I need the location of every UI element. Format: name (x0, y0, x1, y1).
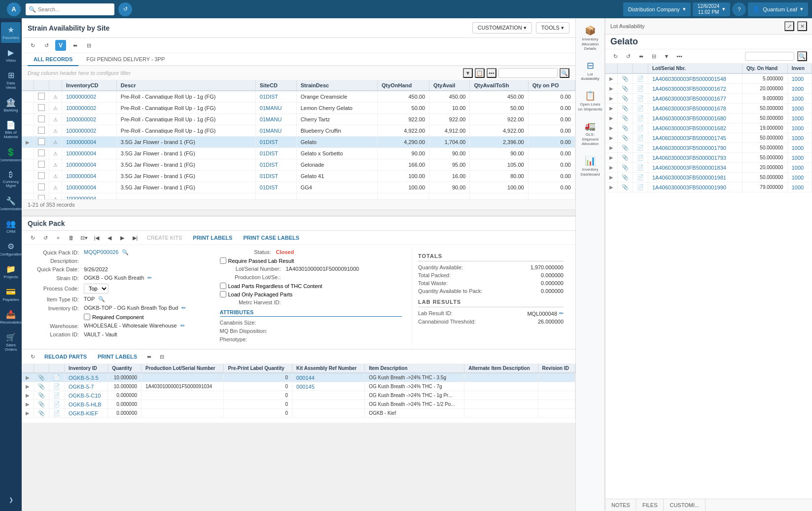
sidebar-item-configuration[interactable]: ⚙ Configuration (1, 239, 21, 259)
parts-table-row[interactable]: ▶ 📎 📄 OGKB-KIEF 0.000000 0 OGKB - Kief (22, 409, 575, 418)
inventory-cd-link[interactable]: 1000000004 (66, 173, 96, 179)
lot-table-row[interactable]: ▶ 📎 📄 1A4060300003FB5000001745 50.000000… (605, 133, 812, 143)
horizontal-scrollbar[interactable] (22, 210, 575, 216)
parts-inventory-link[interactable]: OGKB-5-HLB (69, 402, 102, 407)
inventory-cd-link[interactable]: 1000000002 (66, 128, 96, 134)
lot-expander-icon[interactable]: ▶ (609, 115, 613, 121)
block-button[interactable]: ⊟ (84, 40, 94, 50)
filter-icon-button[interactable]: ▼ (463, 68, 473, 78)
row-checkbox[interactable] (38, 93, 45, 100)
lot-expander-icon[interactable]: ▶ (609, 165, 613, 170)
more-options-button[interactable]: ••• (487, 68, 496, 78)
lot-tab-notes[interactable]: NOTES (605, 499, 636, 511)
site-cd-link[interactable]: 01DIST (260, 150, 278, 156)
lot-serial-link[interactable]: 1A4060300003FB5000001981 (652, 175, 726, 181)
reload-parts-button[interactable]: RELOAD PARTS (40, 352, 91, 361)
load-parts-regardless-checkbox[interactable] (220, 283, 226, 289)
site-cd-link[interactable]: 01DIST (260, 162, 278, 168)
parts-table-row[interactable]: ▶ 📎 📄 OGKB-5-3.5 10.000000 0 000144 OG K… (22, 373, 575, 382)
table-row[interactable]: ⚠ 1000000004 3.5G Jar Flower - brand 1 (… (22, 148, 575, 159)
col-qtyonhand[interactable]: QtyOnHand (378, 80, 429, 91)
sidebar-item-favorites[interactable]: ★ Favorites (1, 22, 21, 43)
parts-table-row[interactable]: ▶ 📎 📄 OGKB-5-C10 0.000000 0 OG Kush Brea… (22, 391, 575, 400)
undo-button[interactable]: ↺ (41, 40, 51, 50)
lot-expander-icon[interactable]: ▶ (609, 125, 613, 131)
sidebar-item-receivables[interactable]: 📥 Receivables (1, 307, 21, 328)
parts-col-preprint[interactable]: Pre-Print Label Quantity (224, 364, 292, 373)
sidebar-item-vidou[interactable]: ▶ Vidou (1, 45, 21, 66)
lot-inven-link[interactable]: 1000 (792, 76, 804, 82)
lot-table-row[interactable]: ▶ 📎 📄 1A4060300003FB5000001793 50.000000… (605, 153, 812, 163)
search-button[interactable]: 🔍 (560, 68, 569, 78)
lot-serial-link[interactable]: 1A4060300003FB5000001548 (652, 76, 726, 82)
required-component-checkbox[interactable] (84, 314, 90, 320)
quickpackid-link[interactable]: MQQP000026 (84, 249, 118, 255)
sidebar-expand-button[interactable]: ❯ (1, 493, 21, 507)
table-row[interactable]: ⚠ 1000000002 Pre-Roll - Cannatique Roll … (22, 125, 575, 137)
sidebar-item-salesorders[interactable]: 🛒 Sales Orders (1, 329, 21, 355)
parts-table-row[interactable]: ▶ 📎 📄 OGKB-5-HLB 0.000000 0 OG Kush Brea… (22, 400, 575, 409)
history-button[interactable]: ↺ (118, 2, 132, 16)
lot-col-qtyonhand[interactable]: Qty. On Hand (742, 64, 787, 73)
lot-search-input[interactable] (745, 52, 794, 61)
table-row[interactable]: ▶ ⚠ 1000000004 3.5G Jar Flower - brand 1… (22, 137, 575, 148)
parts-col-production-lot[interactable]: Production Lot/Serial Number (141, 364, 224, 373)
parts-col-revisionid[interactable]: Revision ID (538, 364, 575, 373)
lot-serial-link[interactable]: 1A4060300003FB5000001834 (652, 165, 726, 171)
lot-inven-link[interactable]: 1000 (792, 184, 804, 190)
row-checkbox[interactable] (38, 115, 45, 122)
qp-delete[interactable]: 🗑 (66, 233, 76, 243)
action-inventory-dashboard[interactable]: 📊 InventoryDashboard (577, 152, 603, 180)
row-checkbox[interactable] (38, 138, 45, 145)
table-row[interactable]: ⚠ 1000000002 Pre-Roll - Cannatique Roll … (22, 103, 575, 114)
lot-table-row[interactable]: ▶ 📎 📄 1A4060300003FB5000001548 5.000000 … (605, 73, 812, 84)
tab-fgi-pending[interactable]: FGI PENDING DELIVERY - 3PP (80, 53, 171, 66)
parts-inventory-link[interactable]: OGKB-5-3.5 (69, 375, 99, 381)
site-cd-link[interactable]: 01MANU (260, 128, 282, 134)
inventoryid-edit-icon[interactable]: ✏ (181, 305, 186, 311)
table-row[interactable]: ⚠ 1000000002 Pre-Roll - Cannatique Roll … (22, 91, 575, 103)
refresh-button[interactable]: ↻ (28, 40, 37, 50)
lot-inven-link[interactable]: 1000 (792, 135, 804, 141)
sidebar-item-payables[interactable]: 💳 Payables (1, 284, 21, 305)
row-checkbox[interactable] (38, 183, 45, 190)
qp-copy[interactable]: ⊟▾ (79, 233, 89, 243)
action-lot-availability[interactable]: ⊟ LotAvailability (577, 57, 603, 84)
lot-table-row[interactable]: ▶ 📎 📄 1A4060300003FB5000001790 50.000000… (605, 143, 812, 153)
kit-ref-link[interactable]: 000144 (296, 375, 315, 381)
parts-print-labels-button[interactable]: PRINT LABELS (94, 352, 141, 361)
site-cd-link[interactable]: 01DIST (260, 94, 278, 100)
action-inventory-allocation[interactable]: 📦 InventoryAllocationDetails (577, 22, 603, 54)
table-row[interactable]: ⚠ 1000000004 3.5G Jar Flower - brand 1 (… (22, 171, 575, 182)
sidebar-item-dataviews[interactable]: ⊞ Data Views (1, 68, 21, 93)
lot-serial-link[interactable]: 1A4060300003FB5000001790 (652, 145, 726, 151)
col-sitecd[interactable]: SiteCD (255, 80, 296, 91)
parts-inventory-link[interactable]: OGKB-KIEF (69, 410, 98, 416)
lot-close-button[interactable]: ✕ (797, 21, 807, 31)
sidebar-item-customization[interactable]: 🔧 Customization (1, 193, 21, 214)
row-checkbox[interactable] (38, 149, 45, 156)
lot-fit[interactable]: ⬌ (636, 51, 646, 61)
sidebar-item-currency[interactable]: ₿ CurrencyMgmt (1, 167, 21, 192)
parts-expander-icon[interactable]: ▶ (26, 384, 30, 389)
lot-expander-icon[interactable]: ▶ (609, 96, 613, 101)
lab-result-edit-icon[interactable]: ✏ (559, 310, 564, 317)
datetime-selector[interactable]: 12/6/2024 11:02 PM ▾ (693, 2, 731, 16)
lot-table-row[interactable]: ▶ 📎 📄 1A4060300003FB5000001981 50.000000… (605, 173, 812, 182)
parts-block-button[interactable]: ⊟ (157, 352, 167, 362)
lot-expander-icon[interactable]: ▶ (609, 106, 613, 111)
lot-inven-link[interactable]: 1000 (792, 115, 804, 121)
print-labels-button[interactable]: PRINT LABELS (189, 233, 236, 242)
parts-expander-icon[interactable]: ▶ (26, 393, 30, 398)
lot-table-row[interactable]: ▶ 📎 📄 1A4060300003FB5000001990 79.000000… (605, 182, 812, 192)
lot-expander-icon[interactable]: ▶ (609, 135, 613, 141)
parts-inventory-link[interactable]: OGKB-5-C10 (69, 393, 101, 399)
lot-expander-icon[interactable]: ▶ (609, 86, 613, 91)
search-input[interactable] (38, 6, 107, 12)
lot-inven-link[interactable]: 1000 (792, 145, 804, 151)
lot-table-row[interactable]: ▶ 📎 📄 1A4060300003FB5000001677 9.000000 … (605, 94, 812, 104)
lot-col-lotserial[interactable]: Lot/Serial Nbr. (648, 64, 742, 73)
parts-col-itemdesc[interactable]: Item Description (365, 364, 464, 373)
company-selector[interactable]: Distribution Company ▾ (623, 2, 691, 16)
app-logo[interactable]: A (4, 0, 24, 18)
